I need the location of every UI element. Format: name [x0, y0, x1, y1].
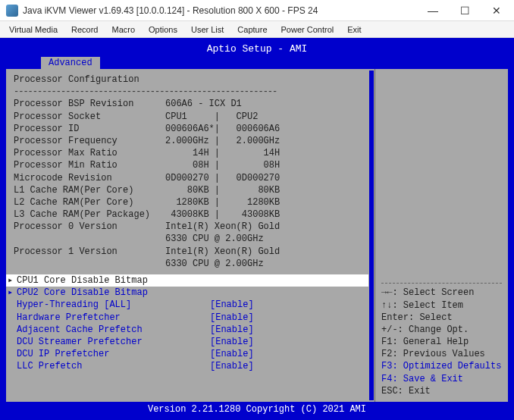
menu-capture[interactable]: Capture [231, 24, 273, 36]
info-row: Processor BSP Revision606A6 - ICX D1 [14, 98, 367, 110]
setting-row[interactable]: ▸ CPU2 Core Disable Bitmap [14, 287, 367, 299]
info-row: L1 Cache RAM(Per Core) 80KB | 80KB [14, 184, 367, 196]
maximize-button[interactable]: ☐ [453, 5, 476, 17]
scrollbar[interactable] [369, 71, 374, 400]
setting-row[interactable]: ▸ CPU1 Core Disable Bitmap [6, 274, 368, 287]
info-row: Processor Min Ratio 08H | 08H [14, 159, 367, 171]
help-line: Enter: Select [381, 312, 502, 324]
section-title: Processor Configuration [14, 74, 367, 86]
info-row: Processor ID000606A6*| 000606A6 [14, 123, 367, 135]
bios-screen: Aptio Setup - AMI Advanced Processor Con… [0, 38, 514, 420]
help-line: F3: Optimized Defaults [381, 360, 502, 372]
menu-user-list[interactable]: User List [185, 24, 230, 36]
help-line: ESC: Exit [381, 385, 502, 397]
help-line: →←: Select Screen [381, 287, 502, 299]
setting-row[interactable]: Adjacent Cache Prefetch[Enable] [14, 324, 367, 336]
bios-main-panel[interactable]: Processor Configuration ----------------… [6, 69, 375, 402]
close-button[interactable]: ✕ [485, 5, 508, 17]
setting-row[interactable]: LLC Prefetch[Enable] [14, 360, 367, 372]
window-titlebar: Java iKVM Viewer v1.69.43 [10.0.0.124] -… [0, 0, 514, 21]
bios-footer: Version 2.21.1280 Copyright (C) 2021 AMI [3, 402, 511, 417]
window-title: Java iKVM Viewer v1.69.43 [10.0.0.124] -… [23, 5, 422, 16]
minimize-button[interactable]: — [422, 5, 444, 17]
setting-row[interactable]: DCU Streamer Prefetcher[Enable] [14, 336, 367, 348]
info-row: Processor 1 VersionIntel(R) Xeon(R) Gold [14, 246, 367, 258]
info-row: Processor SocketCPU1 | CPU2 [14, 111, 367, 123]
info-row: Processor Max Ratio 14H | 14H [14, 147, 367, 159]
info-row: 6330 CPU @ 2.00GHz [14, 233, 367, 245]
info-row: Processor 0 VersionIntel(R) Xeon(R) Gold [14, 221, 367, 233]
help-line: +/-: Change Opt. [381, 324, 502, 336]
info-row: L2 Cache RAM(Per Core) 1280KB | 1280KB [14, 196, 367, 208]
info-row: L3 Cache RAM(Per Package) 43008KB | 4300… [14, 208, 367, 221]
menu-options[interactable]: Options [143, 24, 183, 36]
menubar: Virtual Media Record Macro Options User … [0, 21, 514, 38]
tab-advanced[interactable]: Advanced [41, 57, 100, 69]
java-icon [6, 5, 18, 17]
bios-title: Aptio Setup - AMI [3, 41, 511, 57]
help-line: F2: Previous Values [381, 348, 502, 360]
info-row: Microcode Revision0D000270 | 0D000270 [14, 172, 367, 184]
info-row: 6330 CPU @ 2.00GHz [14, 258, 367, 270]
menu-exit[interactable]: Exit [341, 24, 367, 36]
setting-row[interactable]: Hardware Prefetcher[Enable] [14, 312, 367, 324]
bios-help-panel: →←: Select Screen↑↓: Select ItemEnter: S… [375, 69, 508, 402]
bios-tabs: Advanced [3, 57, 511, 69]
menu-record[interactable]: Record [65, 24, 104, 36]
menu-macro[interactable]: Macro [105, 24, 141, 36]
info-row: Processor Frequency2.000GHz | 2.000GHz [14, 135, 367, 147]
menu-virtual-media[interactable]: Virtual Media [3, 24, 64, 36]
menu-power-control[interactable]: Power Control [275, 24, 340, 36]
setting-row[interactable]: DCU IP Prefetcher[Enable] [14, 348, 367, 360]
divider: ----------------------------------------… [14, 86, 367, 98]
help-line: F4: Save & Exit [381, 373, 502, 385]
setting-row[interactable]: Hyper-Threading [ALL][Enable] [14, 299, 367, 311]
help-line: ↑↓: Select Item [381, 299, 502, 312]
help-line: F1: General Help [381, 336, 502, 348]
